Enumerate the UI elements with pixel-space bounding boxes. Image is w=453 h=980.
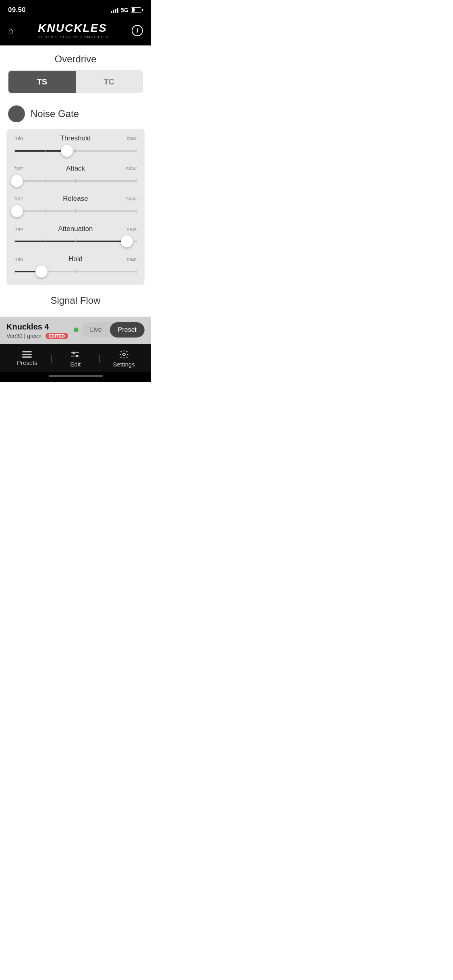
home-indicator-bar	[49, 375, 103, 377]
threshold-max-label: max	[120, 135, 137, 141]
overdrive-toggle-group: TS TC	[8, 70, 143, 93]
ts-toggle-button[interactable]: TS	[8, 71, 76, 93]
presets-icon	[22, 351, 32, 358]
attenuation-min-label: min	[14, 226, 31, 232]
info-icon[interactable]: i	[132, 25, 143, 36]
hold-slider[interactable]	[14, 264, 137, 279]
attack-slow-label: slow	[120, 165, 137, 171]
hold-label: Hold	[68, 255, 83, 263]
threshold-label: Threshold	[60, 134, 91, 142]
threshold-min-label: min	[14, 135, 31, 141]
nav-edit[interactable]: Edit	[52, 350, 99, 368]
noise-gate-toggle[interactable]	[8, 105, 25, 122]
preset-button[interactable]: Preset	[110, 322, 145, 338]
edit-label: Edit	[70, 361, 81, 368]
signal-bars-icon	[111, 7, 118, 13]
battery-icon: 37	[131, 7, 143, 13]
settings-icon	[119, 350, 129, 359]
preset-name: Knuckles 4	[6, 322, 68, 331]
hold-slider-row: min Hold max	[14, 256, 137, 279]
signal-flow-title: Signal Flow	[0, 285, 151, 313]
presets-label: Presets	[17, 359, 37, 366]
network-label: 5G	[121, 7, 128, 13]
noise-gate-title: Noise Gate	[31, 108, 79, 119]
hold-max-label: max	[120, 256, 137, 262]
sliders-container: min Threshold max	[6, 129, 145, 285]
attenuation-label: Attenuation	[58, 225, 93, 233]
settings-label: Settings	[113, 361, 134, 368]
main-content: Overdrive TS TC Noise Gate min Threshold…	[0, 45, 151, 313]
home-indicator	[0, 372, 151, 382]
nav-settings[interactable]: Settings	[101, 350, 147, 368]
live-preset-toggle: Live Preset	[82, 322, 145, 338]
brand-title: KNUCKLES	[36, 22, 109, 35]
home-icon[interactable]: ⌂	[8, 25, 13, 36]
release-fast-label: fast	[14, 196, 31, 202]
attack-slider[interactable]	[14, 174, 137, 188]
threshold-slider[interactable]	[14, 144, 137, 158]
brand-logo: KNUCKLES '92 REV F DUAL REC AMPLIFIER	[36, 22, 109, 39]
preset-meta: Vee30 | green EDITED	[6, 333, 68, 339]
edited-badge: EDITED	[46, 333, 68, 339]
bottom-nav: Presets | Edit | Settings	[0, 344, 151, 372]
attenuation-slider[interactable]	[14, 234, 137, 249]
release-label: Release	[63, 195, 88, 203]
live-status-dot	[74, 327, 79, 332]
attack-label: Attack	[66, 165, 85, 173]
attenuation-max-label: max	[120, 226, 137, 232]
attack-fast-label: fast	[14, 165, 31, 171]
svg-point-3	[76, 355, 78, 357]
status-bar: 09.50 5G 37	[0, 0, 151, 18]
live-button[interactable]: Live	[82, 322, 110, 338]
bottom-status-bar: Knuckles 4 Vee30 | green EDITED Live Pre…	[0, 317, 151, 344]
battery-label: 37	[134, 8, 139, 12]
brand-subtitle: '92 REV F DUAL REC AMPLIFIER	[36, 35, 109, 39]
preset-meta-text: Vee30 | green	[6, 333, 41, 339]
svg-point-4	[123, 353, 125, 356]
svg-point-1	[72, 352, 75, 354]
app-header: ⌂ KNUCKLES '92 REV F DUAL REC AMPLIFIER …	[0, 18, 151, 45]
nav-presets[interactable]: Presets	[4, 351, 50, 366]
tc-toggle-button[interactable]: TC	[76, 71, 143, 93]
overdrive-title: Overdrive	[0, 45, 151, 70]
release-slider-row: fast Release slow	[14, 196, 137, 218]
threshold-slider-row: min Threshold max	[14, 135, 137, 158]
hold-min-label: min	[14, 256, 31, 262]
status-time: 09.50	[8, 6, 26, 14]
noise-gate-header: Noise Gate	[0, 101, 151, 129]
attack-slider-row: fast Attack slow	[14, 165, 137, 188]
status-right: 5G 37	[111, 7, 143, 13]
attenuation-slider-row: min Attenuation max	[14, 226, 137, 249]
release-slow-label: slow	[120, 196, 137, 202]
edit-icon	[70, 350, 80, 359]
release-slider[interactable]	[14, 204, 137, 218]
